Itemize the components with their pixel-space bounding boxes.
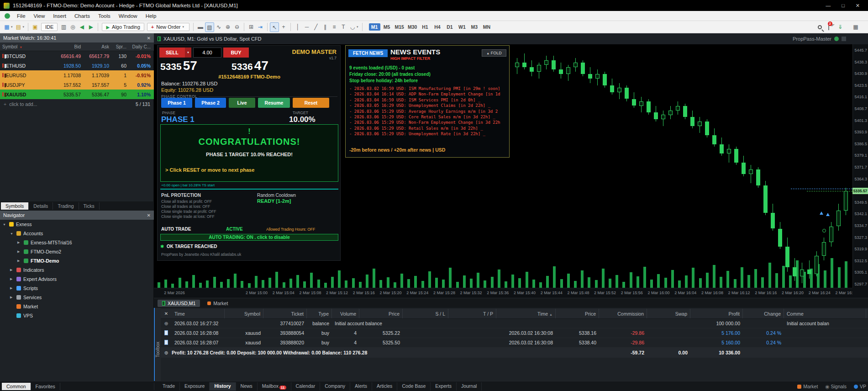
close-icon[interactable]: ✕ [147,36,151,41]
phase-button-phase-1[interactable]: Phase 1 [161,98,192,108]
channel-icon[interactable]: ∥ [321,22,330,32]
expand-icon[interactable]: ▶ [17,241,23,244]
nav-item-exness-mt5trial16[interactable]: ▶Exness-MT5Trial16 [0,238,154,247]
timeframe-h4[interactable]: H4 [431,23,443,31]
tab-symbols[interactable]: Symbols [1,202,29,210]
expand-icon[interactable]: ▼ [3,223,8,226]
column-change-13[interactable]: Change [743,309,784,318]
column-commission-10[interactable]: Commission [599,309,647,318]
tab-market[interactable]: Market [203,300,232,307]
menu-view[interactable]: View [30,13,49,19]
zoom-in-icon[interactable]: ⊕ [223,22,232,32]
column-time-0[interactable]: Time [172,309,225,318]
timeframe-w1[interactable]: W1 [456,23,468,31]
fibonacci-icon[interactable]: ≡ [330,22,339,32]
column-type-3[interactable]: Type [307,309,332,318]
phase-button-reset[interactable]: Reset [293,98,329,108]
nav-item-scripts[interactable]: ▶Scripts [0,284,154,293]
zoom-out-icon[interactable]: ⊖ [232,22,242,32]
tab-ticks[interactable]: Ticks [79,202,100,210]
timeframe-d1[interactable]: D1 [444,23,455,31]
timeframe-h1[interactable]: H1 [419,23,431,31]
line-chart-icon[interactable]: ∿ [214,22,223,32]
phase-button-phase-2[interactable]: Phase 2 [195,98,226,108]
column-ask[interactable]: Ask [83,44,111,49]
metaeditor-icon[interactable]: ▣ [31,22,40,32]
ea-settings-icon[interactable] [842,37,846,41]
profiles-icon[interactable]: ▤ [14,22,23,32]
tab-common[interactable]: Common [2,383,31,390]
layout-icon[interactable]: ▦ [851,22,860,32]
toolbox-tab-calendar[interactable]: Calendar [291,382,321,391]
sell-button[interactable]: SELL [159,48,185,58]
market-watch-columns[interactable]: Symbol▼BidAskSpr...Daily C... [0,42,154,51]
vertical-line-icon[interactable]: │ [293,22,302,32]
column-daily-c-[interactable]: Daily C... [129,44,153,49]
menu-window[interactable]: Window [115,13,142,19]
menu-tools[interactable]: Tools [94,13,115,19]
expand-icon[interactable]: ▶ [17,250,23,254]
expand-icon[interactable]: ▶ [10,286,16,290]
search-icon[interactable] [818,25,822,29]
phase-button-resume[interactable]: Resume [258,98,290,108]
market-row-eurusd[interactable]: EURUSD1.170381.170391-0.91% [0,70,154,80]
toolbox-tab-code-base[interactable]: Code Base [397,382,431,391]
autoscroll-icon[interactable]: ⇥ [256,22,265,32]
market-row-btcusd[interactable]: BTCUSD65616.4965617.79130-0.01% [0,51,154,61]
nav-item-services[interactable]: ▶Services [0,293,154,302]
toolbox-tab-articles[interactable]: Articles [372,382,397,391]
column-time-8[interactable]: Time▲ [496,309,556,318]
candlestick-chart-icon[interactable]: ▧ [205,22,214,32]
expand-icon[interactable]: ▶ [10,277,16,281]
timeframe-m1[interactable]: M1 [369,23,380,31]
chart-window-icon[interactable]: ▥ [59,22,68,32]
column-t-p-7[interactable]: T / P [448,309,496,318]
toolbox-tab-alerts[interactable]: Alerts [350,382,372,391]
panel-right-icon[interactable]: ▶ [86,22,95,32]
close-icon[interactable]: ✕ [161,311,172,316]
toolbox-tab-mailbox[interactable]: Mailbox11 [258,382,291,391]
chevron-down-icon[interactable]: ▾ [11,25,13,29]
trendline-icon[interactable]: ╱ [311,22,321,32]
toolbox-columns[interactable]: ✕TimeSymbolTicketTypeVolumePriceS / LT /… [161,309,868,319]
timeframe-m30[interactable]: M30 [406,23,418,31]
text-tool-icon[interactable]: T [339,22,348,32]
nav-item-expert-advisors[interactable]: ▶Expert Advisors [0,275,154,284]
chevron-down-icon[interactable]: ▾ [23,25,25,29]
menu-insert[interactable]: Insert [49,13,70,19]
tab-trading[interactable]: Trading [53,202,79,210]
expand-icon[interactable]: ▶ [10,268,16,272]
toolbox-tab-history[interactable]: History [210,382,236,391]
price-scale[interactable]: 5445.75438.35430.95423.55416.15408.75401… [852,44,868,288]
algo-trading-button[interactable]: ▶Algo Trading [102,23,144,31]
time-axis[interactable]: 2 Mar 20262 Mar 15:002 Mar 15:042 Mar 15… [154,288,852,298]
vps-status[interactable]: VP [854,384,866,389]
market-status[interactable]: Market [797,384,818,389]
phase-button-live[interactable]: Live [229,98,255,108]
toolbox-tab-journal[interactable]: Journal [457,382,482,391]
auto-trading-toggle[interactable]: AUTO TRADING: ON . click to disable [160,234,338,241]
market-row-ethusd[interactable]: ETHUSD1928.501929.10600.05% [0,61,154,70]
cursor-icon[interactable]: ↖ [270,22,279,32]
column-s-l-6[interactable]: S / L [403,309,448,318]
fetch-news-button[interactable]: FETCH NEWS [348,49,388,57]
column-symbol[interactable]: Symbol▼ [0,44,50,49]
timeframe-m5[interactable]: M5 [381,23,393,31]
nav-item-ftmo-demo[interactable]: ▶FTMO-Demo [0,256,154,265]
new-order-button[interactable]: +New Order▾ [147,23,189,31]
menu-help[interactable]: Help [142,13,161,19]
sell-dropdown-icon[interactable]: ▾ [185,48,191,58]
close-icon[interactable]: ✕ [856,3,860,9]
column-price-5[interactable]: Price [359,309,403,318]
toolbox-tab-news[interactable]: News [236,382,258,391]
market-row-xauusd[interactable]: XAUUSD5335.575336.47901.10% [0,90,154,99]
tab-xauusd-m1[interactable]: XAUUSD,M1 [158,300,200,307]
ea-smiley-icon[interactable] [834,37,839,41]
chart-plot[interactable]: SELL ▾ 4.00 BUY DEMO MASTER v1.7 5335 57… [154,44,852,288]
nav-item-market[interactable]: Market [0,302,154,311]
nav-item-ftmo-demo2[interactable]: ▶FTMO-Demo2 [0,247,154,256]
signals-status[interactable]: ◉Signals [825,384,847,389]
table-row[interactable]: 2026.03.02 16:28:08xauusd393888054buy453… [161,328,868,338]
expand-icon[interactable]: ▶ [10,296,16,299]
bar-chart-icon[interactable]: ▬ [196,22,205,32]
